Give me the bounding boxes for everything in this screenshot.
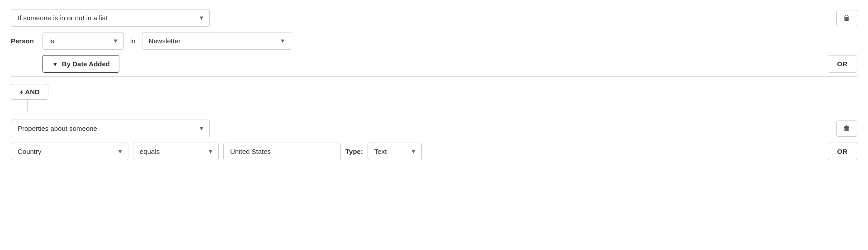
newsletter-dropdown-wrapper: Newsletter ▼ (142, 32, 291, 50)
section-1: If someone is in or not in a list ▼ 🗑 Pe… (11, 9, 857, 73)
and-section: + AND (11, 84, 857, 112)
type-dropdown-wrapper: Text Number Date ▼ (368, 143, 422, 160)
and-button[interactable]: + AND (11, 84, 48, 100)
section-2: Properties about someone ▼ 🗑 Country Cit… (11, 120, 857, 160)
person-row: Person is is not ▼ in Newsletter ▼ (11, 32, 857, 50)
section-divider-1 (11, 76, 857, 77)
or-button-2[interactable]: OR (828, 143, 858, 160)
person-label: Person (11, 37, 38, 45)
is-dropdown-wrapper: is is not ▼ (42, 32, 124, 50)
filter-icon: ▼ (52, 60, 58, 68)
is-select[interactable]: is is not (42, 32, 124, 50)
main-condition-select-1[interactable]: If someone is in or not in a list (11, 9, 210, 27)
main-dropdown-wrapper-1: If someone is in or not in a list ▼ (11, 9, 210, 27)
by-date-added-button[interactable]: ▼ By Date Added (42, 55, 119, 73)
type-select[interactable]: Text Number Date (368, 143, 422, 160)
delete-button-2[interactable]: 🗑 (836, 120, 857, 137)
in-label: in (128, 37, 137, 45)
country-row: Country City State Zip Code ▼ equals doe… (11, 143, 857, 160)
delete-button-1[interactable]: 🗑 (836, 10, 857, 26)
connector-line (27, 100, 28, 112)
trash-icon-1: 🗑 (843, 14, 850, 22)
properties-dropdown-wrapper: Properties about someone ▼ (11, 120, 210, 137)
value-input[interactable] (223, 143, 341, 160)
equals-select[interactable]: equals does not equal contains does not … (133, 143, 219, 160)
type-label: Type: (345, 148, 363, 155)
newsletter-select[interactable]: Newsletter (142, 32, 291, 50)
equals-dropdown-wrapper: equals does not equal contains does not … (133, 143, 219, 160)
filter-button-label: By Date Added (62, 60, 110, 68)
properties-select[interactable]: Properties about someone (11, 120, 210, 137)
top-row-1: If someone is in or not in a list ▼ 🗑 (11, 9, 857, 27)
country-dropdown-wrapper: Country City State Zip Code ▼ (11, 143, 128, 160)
filter-row: ▼ By Date Added OR (11, 55, 857, 73)
country-select[interactable]: Country City State Zip Code (11, 143, 128, 160)
or-button-1[interactable]: OR (828, 55, 858, 73)
trash-icon-2: 🗑 (843, 125, 850, 132)
top-row-2: Properties about someone ▼ 🗑 (11, 120, 857, 137)
